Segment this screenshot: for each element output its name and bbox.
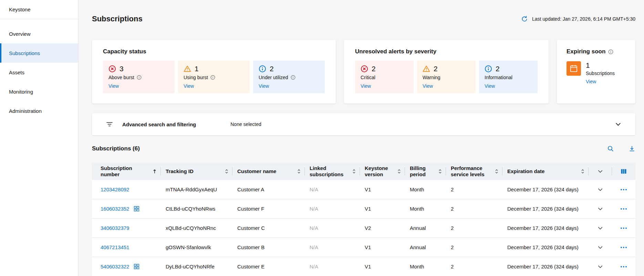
column-header-tracking-id[interactable]: Tracking ID <box>161 163 232 180</box>
view-link[interactable]: View <box>361 83 371 89</box>
sidebar-item-overview[interactable]: Overview <box>0 24 78 43</box>
last-updated-text: Last updated: Jan 27, 2026, 6:14 PM GMT+… <box>532 16 635 22</box>
column-label: Linked subscriptions <box>310 165 352 178</box>
subscription-number-link[interactable]: 4067213451 <box>101 244 129 250</box>
info-icon[interactable] <box>210 75 215 80</box>
billing-period-cell: Month <box>405 180 446 199</box>
column-header-performance-service-levels[interactable]: Performance service levels <box>446 163 502 180</box>
sort-icon[interactable] <box>397 169 401 174</box>
tile-label: Warning <box>423 75 440 80</box>
tile-label: Using burst <box>184 75 208 80</box>
row-actions-icon[interactable] <box>620 266 627 268</box>
row-actions-icon[interactable] <box>620 227 627 229</box>
capacity-tile-under-utilized: 2 Under utilized View <box>253 61 325 93</box>
expiration-date-cell: December 17, 2026 (324 days) <box>502 257 589 276</box>
sidebar-nav: Overview Subscriptions Assets Monitoring… <box>0 19 78 120</box>
view-link[interactable]: View <box>423 83 433 89</box>
subscription-number-link[interactable]: 1606032352 <box>101 206 129 212</box>
column-header-linked-subscriptions[interactable]: Linked subscriptions <box>305 163 360 180</box>
download-icon[interactable] <box>629 145 635 152</box>
advanced-search-bar[interactable]: Advanced search and filtering None selec… <box>92 113 635 135</box>
refresh-icon[interactable] <box>521 15 528 22</box>
sidebar-item-monitoring[interactable]: Monitoring <box>0 82 78 101</box>
view-link[interactable]: View <box>108 83 119 89</box>
table-header: Subscription number Tracking ID Customer… <box>92 163 635 180</box>
column-label: Billing period <box>410 165 438 178</box>
sidebar-item-administration[interactable]: Administration <box>0 101 78 120</box>
keystone-version-cell: V1 <box>360 199 405 218</box>
expand-all-rows-control[interactable] <box>589 163 612 180</box>
column-label: Keystone version <box>365 165 397 178</box>
sort-icon[interactable] <box>581 169 584 174</box>
view-link[interactable]: View <box>586 79 596 84</box>
customer-name-cell: Customer B <box>232 238 305 257</box>
info-icon[interactable] <box>137 75 142 80</box>
column-header-billing-period[interactable]: Billing period <box>405 163 446 180</box>
sidebar-item-label: Overview <box>9 31 31 37</box>
subscription-number-link[interactable]: 3406032379 <box>101 225 129 231</box>
view-link[interactable]: View <box>259 83 269 89</box>
sort-ascending-icon[interactable] <box>153 169 157 174</box>
row-expand-chevron-icon[interactable] <box>597 225 603 231</box>
tile-label: Under utilized <box>259 75 288 80</box>
tracking-id-cell: mTNAA-RddGyxAeqU <box>161 180 232 199</box>
row-expand-chevron-icon[interactable] <box>597 187 603 193</box>
billing-period-cell: Month <box>405 257 446 276</box>
sort-icon[interactable] <box>495 169 498 174</box>
column-header-keystone-version[interactable]: Keystone version <box>360 163 405 180</box>
row-expand-chevron-icon[interactable] <box>597 244 603 251</box>
sort-icon[interactable] <box>297 169 301 174</box>
unresolved-alerts-card: Unresolved alerts by severity 2 Critical… <box>344 40 549 104</box>
search-icon[interactable] <box>607 145 614 152</box>
sidebar-item-subscriptions[interactable]: Subscriptions <box>0 43 78 63</box>
row-expand-chevron-icon[interactable] <box>597 264 603 270</box>
sort-icon[interactable] <box>352 169 356 174</box>
info-icon[interactable] <box>291 75 295 80</box>
expiring-count: 1 <box>586 61 615 69</box>
sort-icon[interactable] <box>438 169 442 174</box>
sidebar-item-label: Administration <box>9 108 42 114</box>
column-settings-control[interactable] <box>612 163 635 180</box>
row-actions-icon[interactable] <box>620 189 627 191</box>
tracking-id-cell: xQLBd-uCQYhoNRnc <box>161 219 232 237</box>
column-header-expiration-date[interactable]: Expiration date <box>502 163 589 180</box>
info-icon[interactable] <box>608 49 613 54</box>
sort-icon[interactable] <box>225 169 228 174</box>
column-header-customer-name[interactable]: Customer name <box>232 163 305 180</box>
expiration-date-cell: December 17, 2026 (324 days) <box>502 238 589 257</box>
info-circle-icon <box>259 65 266 73</box>
subscription-number-link[interactable]: 5406032322 <box>101 264 129 269</box>
advanced-search-label: Advanced search and filtering <box>122 121 196 127</box>
tile-label: Informational <box>485 75 512 80</box>
tile-count: 2 <box>372 65 376 73</box>
card-title: Expiring soon <box>567 48 605 55</box>
column-header-subscription-number[interactable]: Subscription number <box>92 163 161 180</box>
tile-count: 2 <box>496 65 500 73</box>
performance-service-levels-cell: 2 <box>446 257 502 276</box>
table-title: Subscriptions (6) <box>92 145 140 152</box>
capacity-tile-above-burst: 3 Above burst View <box>103 61 175 93</box>
columns-icon <box>620 168 627 175</box>
keystone-version-cell: V1 <box>360 180 405 199</box>
view-link[interactable]: View <box>485 83 495 89</box>
table-row: 4067213451 gOSWN-Sfanlowvlk Customer B N… <box>92 238 635 257</box>
chevron-down-icon[interactable] <box>615 121 622 128</box>
card-title: Unresolved alerts by severity <box>355 48 538 55</box>
capacity-tiles: 3 Above burst View 1 Using burst <box>103 61 325 93</box>
subscription-number-link[interactable]: 1203428092 <box>101 187 129 192</box>
sidebar-item-assets[interactable]: Assets <box>0 63 78 82</box>
table-row: 5406032322 DyLBd-uCQYhoNRfe Customer E N… <box>92 257 635 276</box>
error-icon <box>108 65 116 73</box>
row-actions-icon[interactable] <box>620 208 627 210</box>
linked-subscription-icon <box>134 206 139 212</box>
page-title: Subscriptions <box>92 14 143 23</box>
row-expand-chevron-icon[interactable] <box>597 206 603 212</box>
capacity-tile-using-burst: 1 Using burst View <box>178 61 250 93</box>
info-circle-icon <box>485 65 492 73</box>
view-link[interactable]: View <box>184 83 194 89</box>
sidebar-item-label: Monitoring <box>9 89 33 95</box>
alert-tile-critical: 2 Critical View <box>355 61 414 93</box>
performance-service-levels-cell: 2 <box>446 238 502 257</box>
tracking-id-cell: DyLBd-uCQYhoNRfe <box>161 257 232 276</box>
row-actions-icon[interactable] <box>620 246 627 248</box>
